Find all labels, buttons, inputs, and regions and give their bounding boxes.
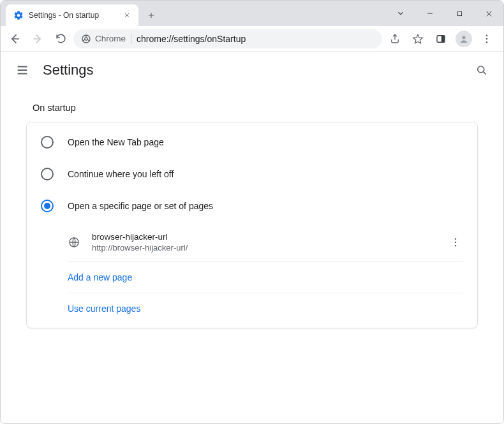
entry-menu-button[interactable] <box>448 235 463 250</box>
minimize-button[interactable] <box>415 1 445 26</box>
site-info[interactable]: Chrome <box>81 34 126 44</box>
svg-rect-4 <box>441 35 445 42</box>
settings-header: Settings <box>1 52 503 89</box>
option-new-tab[interactable]: Open the New Tab page <box>27 126 477 158</box>
browser-tab[interactable]: Settings - On startup <box>6 4 138 26</box>
bookmark-button[interactable] <box>408 29 428 49</box>
toolbar-actions <box>385 29 500 49</box>
address-bar[interactable]: Chrome chrome://settings/onStartup <box>73 29 382 48</box>
tab-search-button[interactable] <box>386 1 415 26</box>
svg-point-12 <box>455 242 456 243</box>
window-titlebar: Settings - On startup <box>1 1 503 26</box>
add-page-link[interactable]: Add a new page <box>68 261 463 293</box>
share-button[interactable] <box>385 29 405 49</box>
option-label: Continue where you left off <box>68 169 174 179</box>
scheme-label: Chrome <box>95 34 126 43</box>
avatar-icon <box>456 31 472 47</box>
chrome-logo-icon <box>81 34 91 44</box>
entry-text: browser-hijacker-url http://browser-hija… <box>92 232 188 252</box>
menu-button[interactable] <box>477 29 497 49</box>
new-tab-button[interactable] <box>142 6 160 24</box>
startup-settings-card: Open the New Tab page Continue where you… <box>26 122 478 328</box>
startup-page-title: browser-hijacker-url <box>92 232 188 242</box>
svg-point-5 <box>462 36 465 39</box>
forward-button[interactable] <box>27 29 48 49</box>
option-specific-pages[interactable]: Open a specific page or set of pages <box>27 190 477 222</box>
window-controls <box>386 1 503 26</box>
section-label: On startup <box>26 95 478 122</box>
side-panel-button[interactable] <box>431 29 451 49</box>
svg-point-13 <box>455 245 456 246</box>
startup-page-entry: browser-hijacker-url http://browser-hija… <box>68 223 463 261</box>
tab-title: Settings - On startup <box>29 11 117 20</box>
radio-icon-selected <box>41 200 54 212</box>
close-window-button[interactable] <box>474 1 503 26</box>
svg-point-9 <box>478 66 484 73</box>
close-tab-button[interactable] <box>122 10 132 20</box>
option-label: Open the New Tab page <box>68 137 164 147</box>
radio-icon <box>41 136 54 149</box>
svg-point-11 <box>455 238 456 240</box>
svg-point-7 <box>486 38 488 40</box>
maximize-button[interactable] <box>445 1 474 26</box>
profile-button[interactable] <box>454 29 474 49</box>
startup-pages-list: browser-hijacker-url http://browser-hija… <box>27 222 477 324</box>
url-text: chrome://settings/onStartup <box>137 34 246 44</box>
use-current-pages-link[interactable]: Use current pages <box>68 293 463 324</box>
browser-toolbar: Chrome chrome://settings/onStartup <box>1 26 503 52</box>
gear-icon <box>13 10 24 20</box>
svg-point-8 <box>486 41 488 43</box>
settings-menu-button[interactable] <box>13 61 31 79</box>
reload-button[interactable] <box>50 29 71 49</box>
content-area: On startup Open the New Tab page Continu… <box>1 89 503 328</box>
back-button[interactable] <box>4 29 25 49</box>
separator <box>131 34 131 44</box>
svg-rect-0 <box>457 11 461 15</box>
page-title: Settings <box>43 62 94 78</box>
svg-point-6 <box>486 34 488 36</box>
globe-icon <box>68 236 80 249</box>
startup-page-url: http://browser-hijacker-url/ <box>92 243 188 252</box>
radio-icon <box>41 168 54 180</box>
settings-search-button[interactable] <box>473 61 491 79</box>
option-continue[interactable]: Continue where you left off <box>27 158 477 190</box>
option-label: Open a specific page or set of pages <box>68 201 213 211</box>
